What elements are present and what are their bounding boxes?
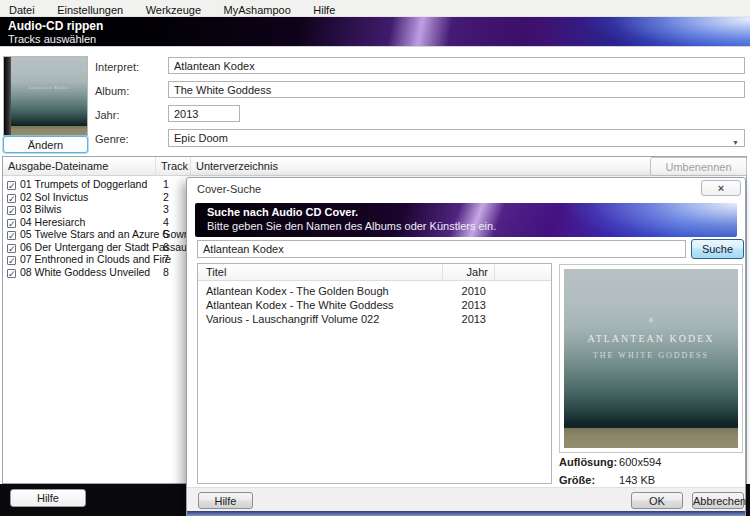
album-art-title-text: The White Goddess	[564, 351, 738, 360]
album-input[interactable]	[168, 81, 745, 98]
track-number: 4	[163, 216, 169, 229]
result-row[interactable]: Various - Lauschangriff Volume 0222013	[198, 312, 551, 326]
genre-select[interactable]: Epic Doom ▼	[168, 129, 745, 147]
menu-item-werkzeuge[interactable]: Werkzeuge	[137, 2, 210, 18]
track-checkbox[interactable]: ✓	[7, 269, 16, 278]
dialog-bottom-edge	[187, 511, 745, 516]
results-table: Titel Jahr Atlantean Kodex - The Golden …	[197, 263, 552, 484]
track-name: 07 Enthroned in Clouds and Fire	[20, 253, 171, 265]
menu-item-datei[interactable]: Datei	[0, 2, 44, 18]
resolution-value: 600x594	[619, 456, 661, 468]
track-number: 5	[163, 228, 169, 241]
track-list-header: Ausgabe-Dateiname Track Unterverzeichnis	[3, 157, 746, 176]
change-cover-button[interactable]: Ändern	[3, 136, 88, 153]
dialog-banner-title: Suche nach Audio CD Cover.	[207, 206, 358, 218]
cover-search-dialog: Cover-Suche × Suche nach Audio CD Cover.…	[186, 177, 746, 516]
track-checkbox[interactable]: ✓	[7, 181, 16, 190]
track-name: 04 Heresiarch	[20, 216, 85, 228]
resolution-row: Auflösung: 600x594	[559, 456, 661, 468]
search-button[interactable]: Suche	[691, 239, 744, 259]
dialog-help-button[interactable]: Hilfe	[198, 492, 253, 509]
track-checkbox[interactable]: ✓	[7, 231, 16, 240]
size-row: Größe: 143 KB	[559, 474, 655, 486]
track-checkbox[interactable]: ✓	[7, 206, 16, 215]
cancel-button[interactable]: Abbrechen	[692, 492, 744, 509]
album-label: Album:	[95, 85, 129, 97]
page-subtitle: Tracks auswählen	[8, 33, 96, 45]
dialog-title: Cover-Suche	[197, 183, 261, 195]
track-number: 3	[163, 203, 169, 216]
jahr-label: Jahr:	[95, 109, 119, 121]
column-header-jahr[interactable]: Jahr	[442, 264, 495, 280]
results-header: Titel Jahr	[198, 264, 551, 281]
track-checkbox[interactable]: ✓	[7, 194, 16, 203]
ok-button[interactable]: OK	[631, 492, 683, 509]
result-title: Various - Lauschangriff Volume 022	[206, 312, 379, 326]
album-art-large: ✳ Atlantean Kodex The White Goddess	[564, 269, 738, 448]
track-number: 6	[163, 241, 169, 254]
track-name: 01 Trumpets of Doggerland	[20, 178, 147, 190]
track-number: 1	[163, 178, 169, 191]
size-label: Größe:	[559, 474, 616, 486]
album-art-emblem-icon: ✳	[564, 316, 738, 325]
rename-button[interactable]: Umbenennen	[650, 157, 747, 176]
search-input[interactable]	[197, 240, 686, 258]
album-art-artist-text: Atlantean Kodex	[564, 333, 738, 344]
menu-item-hilfe[interactable]: Hilfe	[304, 2, 344, 18]
track-name: 06 Der Untergang der Stadt Passau	[20, 241, 187, 253]
track-number: 2	[163, 191, 169, 204]
column-header-dateiname[interactable]: Ausgabe-Dateiname	[3, 157, 155, 176]
jahr-input[interactable]	[168, 105, 240, 122]
help-button[interactable]: Hilfe	[10, 489, 86, 507]
interpret-label: Interpret:	[95, 61, 139, 73]
album-art-artist-text: Atlantean Kodex	[11, 85, 87, 90]
cd-case-spine	[4, 57, 11, 135]
interpret-input[interactable]	[168, 57, 745, 74]
result-year: 2013	[442, 312, 486, 326]
track-name: 02 Sol Invictus	[20, 191, 88, 203]
track-checkbox[interactable]: ✓	[7, 244, 16, 253]
dialog-banner: Suche nach Audio CD Cover. Bitte geben S…	[195, 203, 737, 237]
dialog-banner-subtitle: Bitte geben Sie den Namen des Albums ode…	[207, 220, 496, 232]
result-year: 2010	[442, 284, 486, 298]
dialog-footer: Hilfe OK Abbrechen	[187, 487, 745, 511]
cover-preview: ✳ Atlantean Kodex The White Goddess	[559, 264, 743, 453]
title-banner: Audio-CD rippen Tracks auswählen	[0, 17, 750, 47]
track-checkbox[interactable]: ✓	[7, 256, 16, 265]
track-number: 7	[163, 253, 169, 266]
result-title: Atlantean Kodex - The White Goddess	[206, 298, 394, 312]
track-number: 8	[163, 266, 169, 279]
column-header-titel[interactable]: Titel	[206, 264, 226, 280]
album-art-small: Atlantean Kodex	[11, 57, 87, 135]
track-name: 08 White Goddess Unveiled	[20, 266, 150, 278]
size-value: 143 KB	[619, 474, 655, 486]
result-row[interactable]: Atlantean Kodex - The Golden Bough2010	[198, 284, 551, 298]
chevron-down-icon: ▼	[732, 135, 739, 151]
genre-selected-value: Epic Doom	[174, 132, 228, 144]
menu-item-einstellungen[interactable]: Einstellungen	[48, 2, 132, 18]
result-year: 2013	[442, 298, 486, 312]
result-title: Atlantean Kodex - The Golden Bough	[206, 284, 389, 298]
menu-item-myashampoo[interactable]: MyAshampoo	[215, 2, 300, 18]
genre-label: Genre:	[95, 133, 129, 145]
track-checkbox[interactable]: ✓	[7, 219, 16, 228]
resolution-label: Auflösung:	[559, 456, 616, 468]
album-cover-thumbnail: Atlantean Kodex	[3, 56, 88, 136]
column-header-track[interactable]: Track	[155, 157, 190, 176]
menu-bar: Datei Einstellungen Werkzeuge MyAshampoo…	[0, 0, 750, 17]
close-icon[interactable]: ×	[701, 180, 741, 196]
result-row[interactable]: Atlantean Kodex - The White Goddess2013	[198, 298, 551, 312]
track-name: 03 Bilwis	[20, 203, 61, 215]
page-title: Audio-CD rippen	[8, 19, 103, 33]
results-rows: Atlantean Kodex - The Golden Bough2010 A…	[198, 281, 551, 326]
